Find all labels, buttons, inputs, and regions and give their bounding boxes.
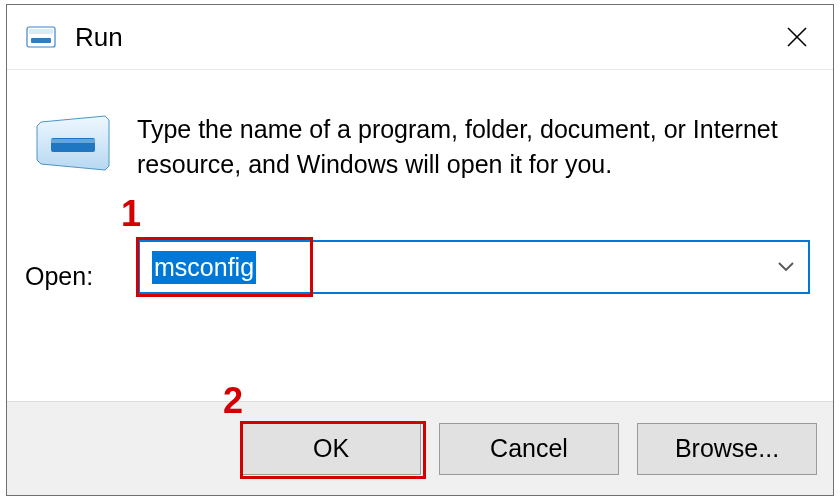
window-title: Run: [75, 22, 773, 53]
open-input[interactable]: msconfig: [140, 242, 764, 292]
browse-button[interactable]: Browse...: [637, 423, 817, 475]
svg-rect-1: [29, 29, 53, 34]
browse-button-label: Browse...: [675, 434, 779, 463]
run-dialog: Run Type the name of a progr: [6, 4, 834, 496]
description-text: Type the name of a program, folder, docu…: [137, 112, 797, 182]
close-icon: [786, 26, 808, 48]
svg-rect-2: [31, 38, 51, 43]
run-dialog-icon-large: [35, 112, 113, 174]
annotation-number-1: 1: [121, 193, 141, 235]
open-label: Open:: [25, 262, 93, 291]
cancel-button[interactable]: Cancel: [439, 423, 619, 475]
cancel-button-label: Cancel: [490, 434, 568, 463]
svg-rect-6: [51, 139, 95, 143]
ok-button[interactable]: OK: [241, 423, 421, 475]
open-combobox[interactable]: msconfig: [138, 240, 810, 294]
button-bar: OK Cancel Browse...: [7, 401, 833, 495]
combobox-dropdown-button[interactable]: [764, 242, 808, 292]
close-button[interactable]: [773, 13, 821, 61]
ok-button-label: OK: [313, 434, 349, 463]
run-icon: [25, 21, 57, 53]
client-area: Type the name of a program, folder, docu…: [7, 70, 833, 401]
titlebar: Run: [7, 5, 833, 70]
open-input-value: msconfig: [152, 251, 256, 284]
chevron-down-icon: [777, 261, 795, 273]
